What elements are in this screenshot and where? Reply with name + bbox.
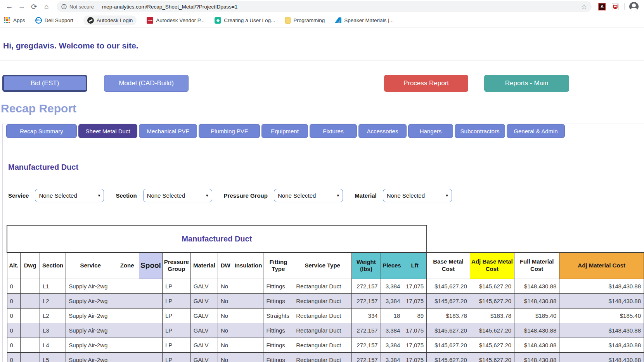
cell: Rectangular Duct (293, 352, 352, 362)
tab-recap-summary[interactable]: Recap Summary (6, 124, 77, 138)
cell: L5 (40, 352, 66, 362)
cell (233, 293, 263, 308)
filter-pressure-group: Pressure GroupNone Selected▾ (224, 189, 343, 202)
url-text[interactable]: mep-analytics.com/Recap_Sheet_Metal/?Pro… (102, 4, 578, 10)
action-button-row: Bid (EST) Model (CAD-Build) Process Repo… (2, 75, 641, 92)
cell: $185.40 (559, 308, 644, 323)
cell (233, 308, 263, 323)
cell: Rectangular Duct (293, 279, 352, 293)
cell: $145,627.20 (470, 352, 514, 362)
filter-select-dropdown[interactable]: None Selected▾ (383, 189, 452, 202)
cell: $148,430.88 (559, 279, 644, 293)
cell (21, 279, 40, 293)
column-header-material: Material (190, 252, 218, 279)
table-row: 0L2Supply Air-2wgLPGALVNoStraightsRectan… (7, 308, 644, 323)
tab-accessories[interactable]: Accessories (358, 124, 407, 138)
info-icon[interactable] (61, 4, 67, 9)
cell: $148,430.88 (514, 323, 559, 338)
cell: $145,627.20 (427, 323, 470, 338)
security-label: Not secure (69, 4, 94, 10)
cell (139, 308, 163, 323)
bookmark-item[interactable]: Apps (4, 17, 25, 24)
cell: LP (162, 279, 190, 293)
adobe-pdf-extension-icon[interactable] (598, 2, 606, 11)
cell: Straights (263, 308, 293, 323)
reports-main-button[interactable]: Reports - Main (484, 75, 569, 92)
cell: $148,430.88 (514, 279, 559, 293)
cell: $145,627.20 (470, 279, 514, 293)
column-header-pieces: Pieces (381, 252, 403, 279)
tab-fixtures[interactable]: Fixtures (310, 124, 357, 138)
cell: Rectangular Duct (293, 308, 352, 323)
cell (233, 338, 263, 352)
tab-subcontractors[interactable]: Subcontractors (455, 124, 505, 138)
bookmark-item[interactable]: Speaker Materials |... (335, 17, 393, 24)
column-header-service-type: Service Type (293, 252, 352, 279)
caret-down-icon: ▾ (206, 193, 208, 198)
bookmark-item[interactable]: Creating a User Log... (215, 17, 275, 24)
column-header-alt-: Alt. (7, 252, 21, 279)
cell: Fittings (263, 323, 293, 338)
cell: Rectangular Duct (293, 293, 352, 308)
refresh-icon[interactable]: ⟳ (28, 1, 40, 12)
column-header-pressure-group: Pressure Group (162, 252, 190, 279)
cell: $145,627.20 (470, 323, 514, 338)
cell: 3,384 (381, 279, 403, 293)
cell: L3 (40, 323, 66, 338)
forward-icon[interactable]: → (16, 1, 28, 12)
programming-icon (285, 17, 291, 24)
manufactured-duct-table: Manufactured Duct Alt.DwgSectionServiceZ… (7, 225, 644, 362)
cell: $148,430.88 (514, 293, 559, 308)
bookmark-star-icon[interactable]: ☆ (581, 3, 587, 11)
bookmark-label: Creating a User Log... (224, 17, 275, 23)
cell: 17,075 (403, 279, 427, 293)
cell: $185.40 (514, 308, 559, 323)
tab-plumbing-pvf[interactable]: Plumbing PVF (199, 124, 260, 138)
bid-est-button[interactable]: Bid (EST) (2, 75, 87, 92)
cell (139, 352, 163, 362)
home-icon[interactable]: ⌂ (40, 1, 53, 12)
cell (115, 323, 139, 338)
divider (0, 60, 644, 61)
column-header-section: Section (40, 252, 66, 279)
column-header-dw: DW (218, 252, 233, 279)
cell: $148,430.88 (559, 352, 644, 362)
address-bar[interactable]: Not secure mep-analytics.com/Recap_Sheet… (57, 1, 592, 12)
autodesk-icon (335, 17, 341, 24)
cell: 17,075 (403, 352, 427, 362)
bookmark-label: Autodesk Vendor P... (156, 17, 204, 23)
filter-selected-value: None Selected (147, 192, 185, 199)
tab-hangers[interactable]: Hangers (408, 124, 453, 138)
back-icon[interactable]: ← (3, 1, 16, 12)
tab-sheet-metal-duct[interactable]: Sheet Metal Duct (78, 124, 137, 138)
tab-general-admin[interactable]: General & Admin (507, 124, 565, 138)
bookmark-item[interactable]: Programming (285, 17, 325, 24)
process-report-button[interactable]: Process Report (384, 75, 468, 92)
mcafee-extension-icon[interactable] (611, 2, 620, 11)
tab-equipment[interactable]: Equipment (261, 124, 308, 138)
cell (115, 338, 139, 352)
cell: GALV (190, 293, 218, 308)
column-header-base-metal-cost: Base Metal Cost (427, 252, 470, 279)
table-caption: Manufactured Duct (7, 225, 427, 252)
caret-down-icon: ▾ (98, 193, 100, 198)
tab-mechanical-pvf[interactable]: Mechanical PVF (139, 124, 197, 138)
filter-label: Pressure Group (224, 192, 268, 199)
cell: 272,157 (352, 338, 381, 352)
model-cad-build-button[interactable]: Model (CAD-Build) (104, 75, 189, 92)
profile-avatar[interactable] (629, 2, 639, 11)
cell: L2 (40, 308, 66, 323)
cell: 272,157 (352, 352, 381, 362)
cell: 0 (7, 308, 21, 323)
filter-select-dropdown[interactable]: None Selected▾ (35, 189, 104, 202)
cell: Fittings (263, 338, 293, 352)
cell: L2 (40, 293, 66, 308)
bookmark-item[interactable]: DELLDell Support (35, 17, 73, 24)
bookmark-label: Speaker Materials |... (344, 17, 393, 23)
cell: Supply Air-2wg (66, 352, 115, 362)
bookmark-item[interactable]: Autodesk Login (83, 16, 137, 25)
bookmark-item[interactable]: nowAutodesk Vendor P... (147, 17, 204, 24)
cell: 0 (7, 293, 21, 308)
filter-select-dropdown[interactable]: None Selected▾ (143, 189, 212, 202)
filter-select-dropdown[interactable]: None Selected▾ (274, 189, 343, 202)
